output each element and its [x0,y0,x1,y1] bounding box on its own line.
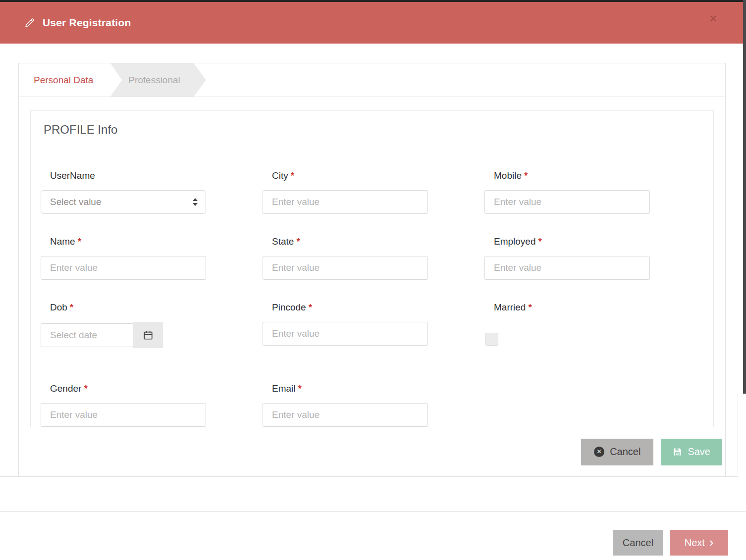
dob-input[interactable] [41,323,133,347]
email-input[interactable] [263,403,428,427]
pencil-icon [24,17,36,29]
profile-panel: PROFILE Info UserNameSelect valueCity*Mo… [30,110,714,477]
dob-label: Dob* [41,302,206,313]
required-marker: * [291,170,294,181]
required-marker: * [298,383,302,394]
field-username: UserNameSelect value [41,170,206,214]
field-gender: Gender* [41,383,206,427]
email-label: Email* [263,383,428,394]
married-label: Married* [484,302,650,313]
cancel-circle-icon: ✕ [594,447,604,457]
required-marker: * [309,302,312,312]
dob-group [41,322,206,348]
field-employed: Employed* [484,236,650,280]
wizard-actions-bar: ✕ Cancel Save [19,427,725,476]
required-marker: * [524,170,528,181]
tab-professional[interactable]: Professional [110,63,206,97]
gender-input[interactable] [41,403,206,427]
pincode-label: Pincode* [263,302,428,313]
panel-heading: PROFILE Info [44,123,703,137]
state-label: State* [263,236,428,247]
next-button[interactable]: Next › [670,530,728,556]
save-button[interactable]: Save [661,439,722,465]
field-email: Email* [263,383,428,427]
save-floppy-icon [673,447,682,457]
calendar-icon[interactable] [133,322,163,348]
pincode-input[interactable] [263,322,428,346]
modal-right-border [738,394,738,476]
footer-cancel-button[interactable]: Cancel [613,530,663,556]
profile-form: UserNameSelect valueCity*Mobile*Name*Sta… [41,170,703,427]
scrollbar-strip[interactable] [743,0,746,394]
wizard-content: PROFILE Info UserNameSelect valueCity*Mo… [19,97,725,477]
close-icon[interactable]: ✕ [706,12,720,26]
field-pincode: Pincode* [263,302,428,348]
save-button-label: Save [688,446,710,458]
required-marker: * [70,302,73,312]
required-marker: * [538,236,542,247]
wizard-tabs: Personal Data Professional [19,63,725,97]
select-placeholder: Select value [50,197,193,207]
modal-footer: Cancel Next › [0,511,746,560]
cancel-button-label: Cancel [610,446,640,458]
field-city: City* [263,170,428,214]
select-updown-icon [193,198,198,206]
field-married: Married* [484,302,650,348]
mobile-label: Mobile* [484,170,650,181]
state-input[interactable] [263,256,428,280]
username-label: UserName [41,170,206,181]
modal-title: User Registration [43,17,131,29]
username-select[interactable]: Select value [41,190,206,214]
modal-bottom-border [0,476,738,477]
required-marker: * [296,236,300,247]
required-marker: * [78,236,81,247]
name-label: Name* [41,236,206,247]
modal-header: User Registration ✕ [0,2,746,44]
required-marker: * [84,383,87,394]
city-input[interactable] [263,190,428,214]
field-state: State* [263,236,428,280]
gender-label: Gender* [41,383,206,394]
field-dob: Dob* [41,302,206,348]
name-input[interactable] [41,256,206,280]
required-marker: * [528,302,532,312]
wizard-container: Personal Data Professional PROFILE Info … [18,63,726,476]
employed-input[interactable] [484,256,650,280]
city-label: City* [263,170,428,181]
next-chevron-icon: › [709,537,713,547]
field-mobile: Mobile* [484,170,650,214]
next-button-label: Next [685,537,705,549]
employed-label: Employed* [484,236,650,247]
mobile-input[interactable] [484,190,650,214]
tab-personal-data[interactable]: Personal Data [19,63,110,97]
married-checkbox[interactable] [485,333,498,346]
cancel-button[interactable]: ✕ Cancel [581,439,653,465]
field-name: Name* [41,236,206,280]
